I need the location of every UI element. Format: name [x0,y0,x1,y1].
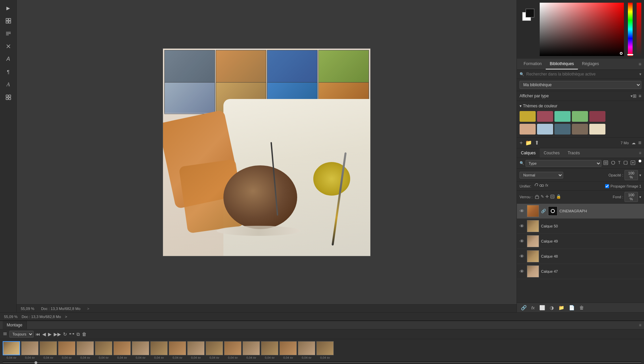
filter-smart-icon[interactable] [630,160,636,167]
frame-thumb-4[interactable] [58,341,75,355]
tab-traces[interactable]: Tracés [564,148,584,158]
adjustment-icon[interactable]: ◑ [548,304,555,311]
layers-panel-close[interactable]: ≡ [639,151,644,155]
hue-slider[interactable] [628,3,633,56]
frame-thumb-14[interactable] [243,341,260,355]
toolbar-icon-1[interactable]: ▶ [3,3,14,13]
next-frame-icon[interactable]: ▶▶ [54,331,61,337]
frame-9[interactable]: 0,04 sv [150,341,168,359]
theme-swatch-8[interactable] [554,124,571,135]
fond-dropdown[interactable]: ▾ [639,195,641,199]
list-view-icon[interactable]: ≡ [639,93,641,99]
blend-mode-select[interactable]: Normal Produit Superposition Luminosité [520,172,563,178]
grid-view-icon[interactable]: ⊞ [633,93,637,99]
library-select[interactable]: Ma bibliothèque [520,81,641,89]
frame-12[interactable]: 0,04 sv [206,341,223,359]
frame-thumb-17[interactable] [298,341,315,355]
layer-visibility-1[interactable]: 👁 [520,223,525,229]
opacity-value[interactable]: 100 % [625,170,638,180]
frame-thumb-11[interactable] [187,341,205,355]
frame-11[interactable]: 0,04 sv [187,341,205,359]
fx-layers-icon[interactable]: fx [530,305,536,311]
loop-icon[interactable]: ↻ [63,331,67,337]
theme-swatch-10[interactable] [589,124,605,135]
filter-text-icon[interactable]: T [618,160,621,167]
theme-swatch-4[interactable] [572,111,588,122]
themes-header[interactable]: ▾ Thèmes de couleur [520,104,641,108]
layer-item-49[interactable]: 👁 Calque 49 [517,234,644,249]
frame-thumb-8[interactable] [132,341,149,355]
frame-8[interactable]: 0,04 sv [132,341,149,359]
frame-2[interactable]: 0,04 sv [21,341,39,359]
status-arrow[interactable]: > [87,307,89,311]
timeline-scrubber[interactable] [3,361,641,364]
frame-3[interactable]: 0,04 sv [40,341,57,359]
layer-item-48[interactable]: 👁 Calque 48 [517,249,644,264]
theme-swatch-3[interactable] [554,111,571,122]
lock-position-icon[interactable]: ✎ [541,194,544,200]
frame-6[interactable]: 0,04 sv [95,341,112,359]
prev-frame-icon[interactable]: ◀ [42,331,46,337]
frame-thumb-7[interactable] [113,341,131,355]
upload-library-icon[interactable]: ⬆ [535,140,539,146]
frame-thumb-9[interactable] [150,341,168,355]
unifier-merge-icon[interactable] [539,183,544,189]
lock-pixels-icon[interactable] [535,194,539,200]
search-dropdown-icon[interactable]: ▾ [639,72,641,76]
frame-1[interactable]: 0,04 sv [3,341,20,359]
frame-5[interactable]: 0,04 sv [76,341,94,359]
tween-icon[interactable] [69,331,74,337]
alpha-slider[interactable] [637,3,641,56]
frame-thumb-3[interactable] [40,341,57,355]
new-layer-icon[interactable]: 📄 [568,304,576,311]
tab-formation[interactable]: Formation [520,59,546,69]
theme-swatch-7[interactable] [537,124,553,135]
toolbar-icon-5[interactable]: A [3,54,14,64]
montage-tab[interactable]: Montage [3,321,27,329]
link-layers-icon[interactable]: 🔗 [520,304,528,311]
go-first-icon[interactable]: ⏮ [36,331,40,337]
layer-visibility-2[interactable]: 👁 [520,239,525,244]
filter-shape-icon[interactable] [623,160,629,167]
layer-type-filter[interactable]: Type Nom Effet [526,160,601,167]
toolbar-icon-8[interactable] [3,92,14,103]
tab-calques[interactable]: Calques [517,148,540,158]
play-icon[interactable]: ▶ [48,331,52,337]
layer-visibility-0[interactable]: 👁 [520,208,525,214]
frame-4[interactable]: 0,04 sv [58,341,75,359]
frame-7[interactable]: 0,04 sv [113,341,131,359]
frame-thumb-5[interactable] [76,341,94,355]
toolbar-icon-2[interactable] [3,15,14,26]
lock-move-icon[interactable]: ✛ [545,194,549,200]
toolbar-icon-7[interactable]: A [3,79,14,90]
copy-frame-icon[interactable]: ⧉ [76,331,80,337]
lock-artboard-icon[interactable] [550,194,555,200]
layer-visibility-4[interactable]: 👁 [520,269,525,274]
opacity-dropdown[interactable]: ▾ [639,173,641,177]
folder-library-icon[interactable]: 📁 [525,140,532,146]
unifier-fx-icon[interactable]: fx [545,183,548,189]
loop-select[interactable]: Toujours Une fois 3 fois [9,331,34,337]
frame-16[interactable]: 0,04 sv [279,341,297,359]
toolbar-icon-6[interactable]: ¶ [3,66,14,77]
settings-icon[interactable] [3,331,7,337]
fond-value[interactable]: 100 % [625,192,638,202]
filter-adjustment-icon[interactable] [610,160,616,167]
theme-swatch-2[interactable] [537,111,553,122]
folder-icon[interactable]: 📁 [557,304,566,311]
theme-swatch-9[interactable] [572,124,588,135]
theme-swatch-5[interactable] [589,111,605,122]
layer-visibility-3[interactable]: 👁 [520,254,525,259]
frame-15[interactable]: 0,04 sv [261,341,278,359]
frame-14[interactable]: 0,04 sv [243,341,260,359]
frame-thumb-16[interactable] [279,341,297,355]
frame-thumb-6[interactable] [95,341,112,355]
add-library-icon[interactable]: + [520,140,523,146]
status-expand-arrow[interactable]: > [65,315,67,319]
frame-17[interactable]: 0,04 sv [298,341,315,359]
filter-pixel-icon[interactable] [603,160,609,167]
library-menu-icon[interactable]: ≡ [638,140,641,146]
delete-frame-icon[interactable]: 🗑 [82,331,87,337]
propagate-checkbox[interactable] [605,184,609,188]
color-gradient-picker[interactable] [540,3,624,56]
